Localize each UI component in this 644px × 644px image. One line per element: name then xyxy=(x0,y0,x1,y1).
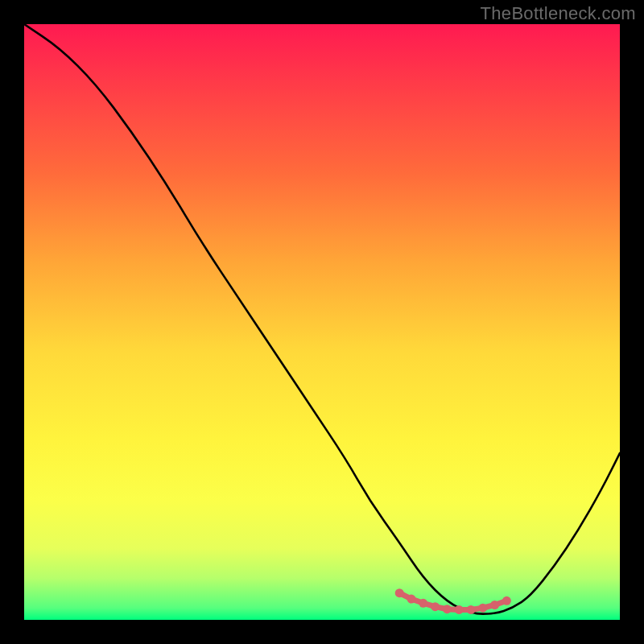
valley-marker xyxy=(419,599,427,608)
bottleneck-curve-path xyxy=(24,24,620,614)
valley-marker xyxy=(467,605,476,614)
valley-marker xyxy=(443,605,452,613)
valley-marker xyxy=(431,602,440,611)
valley-marker xyxy=(490,601,499,609)
valley-marker xyxy=(395,588,404,597)
valley-marker xyxy=(407,595,416,604)
watermark-text: TheBottleneck.com xyxy=(481,3,636,24)
chart-frame: TheBottleneck.com xyxy=(0,0,644,644)
valley-marker xyxy=(502,597,511,605)
plot-area xyxy=(24,24,620,620)
valley-connector xyxy=(399,593,506,610)
valley-marker xyxy=(455,605,464,614)
valley-marker xyxy=(478,604,487,613)
curve-layer xyxy=(24,24,620,620)
